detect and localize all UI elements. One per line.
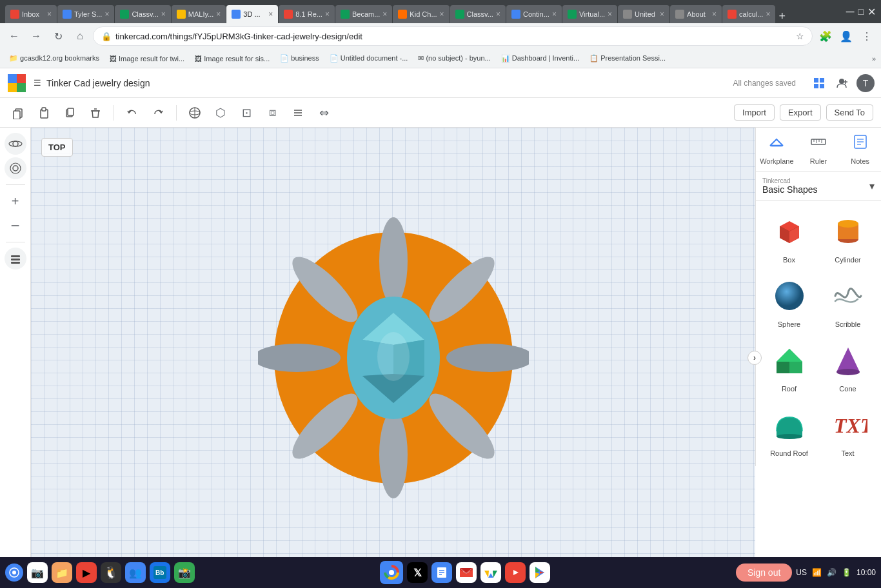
taskbar-youtube-btn[interactable] [505,562,526,583]
tab-tyler[interactable]: Tyler S... × [57,5,114,23]
tab-close-classroom2[interactable]: × [496,10,500,19]
tab-close-calcul[interactable]: × [766,10,770,19]
taskbar-camera2-btn[interactable]: 📸 [174,562,195,583]
undo-btn[interactable] [122,103,143,123]
taskbar-playstore-btn[interactable] [530,562,550,583]
delete-btn[interactable] [85,103,106,123]
shape-cylinder[interactable]: Cylinder [821,207,875,266]
taskbar-chrome-btn[interactable] [380,561,403,584]
tab-contin[interactable]: Contin... × [506,5,562,23]
canvas-area[interactable]: TOP [31,128,755,588]
taskbar-twitter-btn[interactable]: 𝕏 [407,562,428,583]
tab-8.1re[interactable]: 8.1 Re... × [279,5,335,23]
bookmarks-more[interactable]: » [872,55,876,63]
tab-virtual[interactable]: Virtual... × [562,5,617,23]
view-3d-btn[interactable] [184,103,205,123]
redo-btn[interactable] [148,103,168,123]
bookmark-gcasdk[interactable]: 📁 gcasdk12.org bookmarks [5,53,103,64]
shape-roof[interactable]: Roof [762,336,816,395]
taskbar-play-btn[interactable]: ▶ [76,562,97,583]
shape-box[interactable]: Box [762,207,816,266]
tab-close-united[interactable]: × [660,10,664,19]
panel-collapse-btn[interactable]: › [747,351,762,365]
window-maximize-btn[interactable]: □ [858,6,864,17]
reload-button[interactable]: ↻ [49,27,67,45]
bookmark-star-icon[interactable]: ☆ [796,31,804,41]
tab-close-3d[interactable]: × [268,10,273,19]
bookmark-dashboard[interactable]: 📊 Dashboard | Inventi... [497,53,583,64]
align-btn[interactable] [288,103,308,123]
bookmark-presentation[interactable]: 📋 Presentation Sessi... [586,53,669,64]
send-to-btn[interactable]: Send To [826,104,873,121]
tab-maliy[interactable]: MALIy... × [172,5,226,23]
taskbar-gmail-btn[interactable] [456,562,477,583]
bookmark-sis[interactable]: 🖼 Image result for sis... [191,54,273,64]
tab-kidch[interactable]: Kid Ch... × [393,5,449,23]
tab-classroom2[interactable]: Classv... × [450,5,506,23]
shape-round-roof[interactable]: Round Roof [762,400,816,460]
home-button[interactable]: ⌂ [71,27,89,45]
taskbar-pearson-btn[interactable]: Bb [150,562,170,583]
home-view-btn[interactable]: ⬡ [210,103,231,123]
zoom-in-btn[interactable]: + [5,190,26,212]
shape-cone[interactable]: Cone [821,336,875,395]
tab-close-classroom1[interactable]: × [161,10,166,19]
mirror-btn[interactable]: ⧈ [262,103,282,123]
taskbar-drive-btn[interactable] [480,562,501,583]
shapes-dropdown-btn[interactable]: ▾ [869,180,875,192]
tab-close-tyler[interactable]: × [104,10,109,19]
profile-avatar-btn[interactable]: T [855,73,876,93]
tab-calcul[interactable]: calcul... × [722,5,775,23]
paste-btn[interactable] [34,103,54,123]
window-close-btn[interactable]: ✕ [867,6,876,18]
bookmark-twitter[interactable]: 🖼 Image result for twi... [106,54,188,64]
shape-sphere[interactable]: Sphere [762,271,816,331]
person-add-btn[interactable] [832,73,853,93]
forward-button[interactable]: → [27,27,45,45]
bookmark-nosubject[interactable]: ✉ (no subject) - byun... [414,53,494,64]
export-btn[interactable]: Export [780,104,821,121]
profile-btn[interactable]: 👤 [837,27,855,45]
taskbar-people-btn[interactable]: 👥 [125,562,146,583]
tab-close-becam[interactable]: × [382,10,387,19]
flip-btn[interactable]: ⇔ [313,103,334,123]
layers-btn[interactable] [5,248,26,270]
taskbar-camera-btn[interactable]: 📷 [27,562,48,583]
tab-close-gmail[interactable]: × [47,10,52,19]
copy-btn[interactable] [8,103,28,123]
tab-close-virtual[interactable]: × [608,10,612,19]
tab-close-maliy[interactable]: × [216,10,221,19]
tab-becam[interactable]: Becam... × [335,5,392,23]
taskbar-chromeos-btn[interactable] [5,564,23,582]
pan-btn[interactable] [5,157,26,179]
tab-gmail[interactable]: Inbox × [5,5,57,23]
tab-united[interactable]: United × [618,5,669,23]
new-tab-button[interactable]: + [776,10,788,23]
tinkercad-logo[interactable] [5,72,28,95]
bookmark-untitled[interactable]: 📄 Untitled document -... [326,53,412,64]
tab-classroom1[interactable]: Classv... × [115,5,170,23]
tab-close-kidch[interactable]: × [440,10,444,19]
ruler-btn[interactable]: Ruler [798,128,840,172]
taskbar-docs-btn[interactable] [431,562,452,583]
address-bar[interactable]: 🔒 tinkercad.com/things/fYJ5pURM3kG-tinke… [93,26,813,46]
tab-3d[interactable]: 3D ... × [226,5,278,23]
orbit-btn[interactable] [5,133,26,155]
shape-text[interactable]: TXT Text [821,400,875,460]
taskbar-files-btn[interactable]: 📁 [52,562,72,583]
sign-out-btn[interactable]: Sign out [736,564,792,582]
tab-about[interactable]: About × [670,5,722,23]
extensions-btn[interactable]: 🧩 [817,27,835,45]
back-button[interactable]: ← [5,27,23,45]
workplane-btn[interactable]: Workplane [756,128,798,172]
hamburger-icon[interactable]: ☰ [34,78,41,88]
duplicate-btn[interactable] [59,103,80,123]
window-minimize-btn[interactable]: ─ [846,5,855,19]
zoom-out-btn[interactable]: − [5,215,26,237]
fit-btn[interactable]: ⊡ [236,103,257,123]
tab-close-contin[interactable]: × [552,10,557,19]
shape-scribble[interactable]: Scribble [821,271,875,331]
notes-btn[interactable]: Notes [839,128,881,172]
tab-close-about[interactable]: × [712,10,717,19]
taskbar-linux-btn[interactable]: 🐧 [101,562,121,583]
